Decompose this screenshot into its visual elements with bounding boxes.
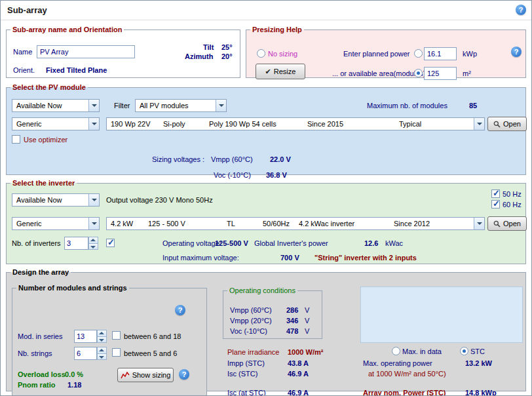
nb-strings-range-checkbox[interactable]	[112, 348, 121, 357]
inverter-legend: Select the inverter	[10, 179, 77, 187]
orientation-group: Sub-array name and Orientation Name Tilt…	[6, 26, 240, 78]
stepper-down-icon[interactable]	[97, 354, 107, 361]
global-power-unit: kWac	[385, 239, 403, 248]
freq-50hz-checkbox[interactable]	[491, 189, 500, 198]
stepper-buttons[interactable]	[97, 330, 107, 343]
input-max-voltage-value: 700 V	[280, 254, 299, 262]
max-modules-value: 85	[469, 102, 477, 110]
stc-radio[interactable]	[460, 347, 468, 355]
operating-voltage-label: Operating voltage:	[162, 239, 221, 248]
output-voltage-label: Output voltage 230 V Mono 50Hz	[106, 196, 213, 205]
resize-button[interactable]: Resize	[256, 64, 305, 79]
presizing-help-icon[interactable]	[511, 47, 522, 57]
stc-label: STC	[470, 347, 485, 356]
show-sizing-label: Show sizing	[132, 371, 171, 379]
pv-module-select[interactable]: 190 Wp 22V Si-poly Poly 190 Wp 54 cells …	[106, 117, 485, 130]
use-optimizer-checkbox[interactable]	[12, 135, 20, 144]
freq-60hz-checkbox[interactable]	[491, 200, 500, 208]
show-sizing-button[interactable]: Show sizing	[117, 368, 174, 382]
voc10-value: 478	[286, 327, 298, 336]
check-icon	[265, 68, 271, 76]
name-input[interactable]	[37, 45, 135, 58]
inverter-auto-checkbox[interactable]	[106, 239, 115, 247]
impp-label: Impp (STC)	[227, 359, 265, 368]
max-in-data-radio[interactable]	[392, 347, 400, 355]
pv-module-group: Select the PV module Available Now Filte…	[6, 83, 526, 175]
design-array-legend: Design the array	[10, 268, 71, 276]
stepper-up-icon[interactable]	[97, 330, 107, 337]
module-note: Typical	[399, 120, 421, 128]
stepper-down-icon[interactable]	[88, 244, 98, 250]
available-area-unit: m²	[463, 69, 471, 78]
stepper-up-icon[interactable]	[88, 237, 98, 244]
no-sizing-label: No sizing	[268, 50, 297, 58]
freq-60hz-label: 60 Hz	[503, 201, 522, 209]
mod-series-stepper[interactable]	[74, 330, 107, 343]
pv-filter-select[interactable]: All PV modules	[135, 99, 227, 112]
pv-filter-value: All PV modules	[136, 102, 216, 109]
planned-power-radio[interactable]	[414, 49, 423, 58]
chevron-down-icon	[88, 118, 99, 130]
available-area-input[interactable]	[424, 67, 457, 80]
modules-help-icon[interactable]	[175, 305, 185, 315]
inverter-availability-select[interactable]: Available Now	[12, 193, 100, 207]
array-nom-power-value: 14.8 kWp	[465, 389, 497, 396]
stepper-buttons[interactable]	[88, 237, 98, 250]
stepper-up-icon[interactable]	[97, 347, 107, 354]
module-power: 190 Wp 22V	[111, 120, 163, 128]
nb-inverters-label: Nb. of inverters	[12, 239, 61, 248]
open-pv-module-button[interactable]: Open	[487, 117, 527, 131]
modules-strings-group: Number of modules and strings Mod. in se…	[12, 284, 207, 396]
inverter-count-input[interactable]	[64, 237, 88, 250]
mod-series-input[interactable]	[74, 330, 97, 343]
open-inverter-button[interactable]: Open	[487, 216, 527, 231]
max-operating-power-value: 13.2 kW	[465, 359, 492, 368]
available-area-radio[interactable]	[414, 69, 423, 77]
vmpp20-label: Vmpp (20°C)	[230, 317, 272, 325]
planned-power-input[interactable]	[424, 47, 457, 60]
overload-loss-label: Overload loss	[18, 370, 66, 379]
pv-manufacturer-select[interactable]: Generic	[12, 117, 100, 130]
freq-50hz-label: 50 Hz	[503, 190, 522, 199]
inverter-manufacturer-value: Generic	[12, 220, 88, 228]
sizing-chart-icon	[121, 372, 130, 379]
inverter-model-select[interactable]: 4.2 kW 125 - 500 V TL 50/60Hz 4.2 kWac i…	[106, 217, 485, 230]
inverter-group: Select the inverter Available Now Output…	[6, 179, 526, 264]
pv-module-description: 190 Wp 22V Si-poly Poly 190 Wp 54 cells …	[107, 120, 474, 128]
max-modules-label: Maximum nb. of modules	[367, 102, 447, 110]
nb-strings-hint: between 5 and 6	[124, 349, 177, 358]
mod-series-hint: between 6 and 18	[124, 332, 181, 341]
available-area-label: ... or available area(modules)	[332, 69, 425, 78]
orientation-legend: Sub-array name and Orientation	[10, 26, 124, 33]
dialog-header: Sub-array	[1, 1, 531, 20]
modules-strings-legend: Number of modules and strings	[16, 284, 129, 292]
help-icon[interactable]	[516, 5, 526, 15]
nb-strings-label: Nb. strings	[18, 349, 52, 358]
tilt-label: Tilt	[203, 43, 214, 52]
mod-series-label: Mod. in series	[18, 332, 62, 341]
vmpp60-label: Vmpp (60°C)	[230, 306, 272, 315]
inverter-name: 4.2 kWac inverter	[299, 220, 394, 228]
magnifier-icon	[493, 220, 501, 228]
stepper-buttons[interactable]	[97, 347, 107, 360]
mod-series-range-checkbox[interactable]	[112, 331, 121, 340]
show-sizing-help-icon[interactable]	[179, 369, 189, 380]
vmpp60-unit: V	[305, 306, 309, 315]
nb-strings-input[interactable]	[74, 347, 97, 360]
global-power-label: Global Inverter's power	[254, 239, 328, 248]
stepper-down-icon[interactable]	[97, 337, 107, 344]
vmpp60-value: 286	[286, 306, 298, 315]
pv-availability-select[interactable]: Available Now	[12, 99, 100, 112]
inverter-count-stepper[interactable]	[64, 237, 98, 250]
tilt-value: 25°	[221, 43, 233, 52]
voc10-label: Voc (-10°C)	[230, 327, 267, 336]
pv-manufacturer-value: Generic	[12, 120, 88, 128]
orient-label: Orient.	[13, 66, 35, 75]
design-array-group: Design the array Number of modules and s…	[6, 268, 526, 391]
impp-value: 43.8 A	[288, 359, 309, 368]
inverter-manufacturer-select[interactable]: Generic	[12, 217, 100, 230]
no-sizing-radio[interactable]	[257, 49, 265, 58]
nb-strings-stepper[interactable]	[74, 347, 107, 360]
orient-value: Fixed Tilted Plane	[46, 66, 107, 75]
isc-at-value: 46.9 A	[288, 389, 309, 396]
